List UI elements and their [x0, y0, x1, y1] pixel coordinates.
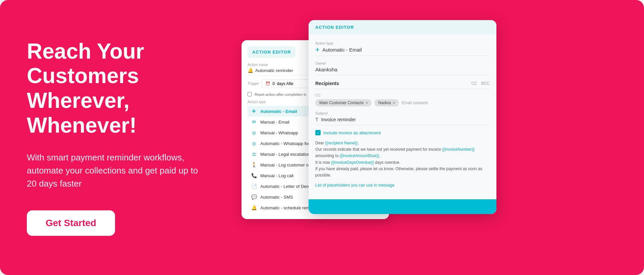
email-body: Dear {{recipient Name}}, Our records ind…: [315, 140, 490, 179]
cc-tag-nadiva[interactable]: Nadiva ✕: [374, 99, 399, 107]
recipients-row: Recipients CC BCC: [315, 81, 490, 89]
get-started-button[interactable]: Get Started: [27, 210, 115, 236]
cc-field: CC Main Customer Contacts ✕ Nadiva ✕ Ema…: [315, 93, 490, 107]
remove-tag-nadiva[interactable]: ✕: [392, 101, 395, 105]
remove-tag-main-contacts[interactable]: ✕: [365, 101, 368, 105]
notification-icon: 🔔: [251, 205, 257, 210]
placeholders-link[interactable]: List of placeholders you can use in mess…: [315, 183, 394, 188]
front-card-header: ACTION EDITOR: [309, 20, 496, 35]
email-icon: ✉: [251, 119, 257, 125]
clock-icon: ⏰: [265, 81, 270, 86]
send-icon-front: ✈: [315, 47, 320, 53]
front-card-body: Action type ✈ Automatic - Email Owner Ak…: [309, 35, 496, 195]
phone-icon: 📞: [251, 173, 257, 178]
send-icon: ✈: [251, 109, 257, 114]
bottom-blue-bar: [309, 199, 496, 214]
text-icon: T: [315, 117, 318, 122]
include-attachment-row: ✓ Include invoice as attachment: [315, 130, 490, 135]
left-content: Reach Your Customers Wherever, Whenever!…: [0, 12, 235, 263]
cc-tags-container: Main Customer Contacts ✕ Nadiva ✕ Email …: [315, 99, 490, 107]
action-editor-front-card: ACTION EDITOR Action type ✈ Automatic - …: [309, 20, 496, 214]
walk-icon: 🚶: [251, 162, 257, 167]
cc-tag-main-contacts[interactable]: Main Customer Contacts ✕: [315, 99, 372, 107]
hero-title: Reach Your Customers Wherever, Whenever!: [27, 39, 208, 138]
action-type-field: Action type ✈ Automatic - Email: [315, 41, 490, 56]
owner-field: Owner Akanksha: [315, 61, 490, 75]
right-content: ACTION EDITOR Action name 🔔 Automatic re…: [235, 0, 644, 275]
subject-field: Subject T Invoice reminder: [315, 111, 490, 125]
hero-subtitle: With smart payment reminder workflows, a…: [27, 151, 208, 190]
whatsapp-biz-icon: ◎: [251, 141, 257, 146]
attachment-checkbox[interactable]: ✓: [315, 130, 321, 135]
repeat-checkbox[interactable]: [248, 92, 252, 96]
main-container: Reach Your Customers Wherever, Whenever!…: [0, 0, 644, 275]
whatsapp-icon: ◎: [251, 130, 257, 135]
sms-icon: 💬: [251, 194, 257, 200]
legal-icon: ⚖: [251, 151, 257, 157]
bell-icon: 🔔: [248, 68, 253, 73]
document-icon: 📄: [251, 184, 257, 189]
